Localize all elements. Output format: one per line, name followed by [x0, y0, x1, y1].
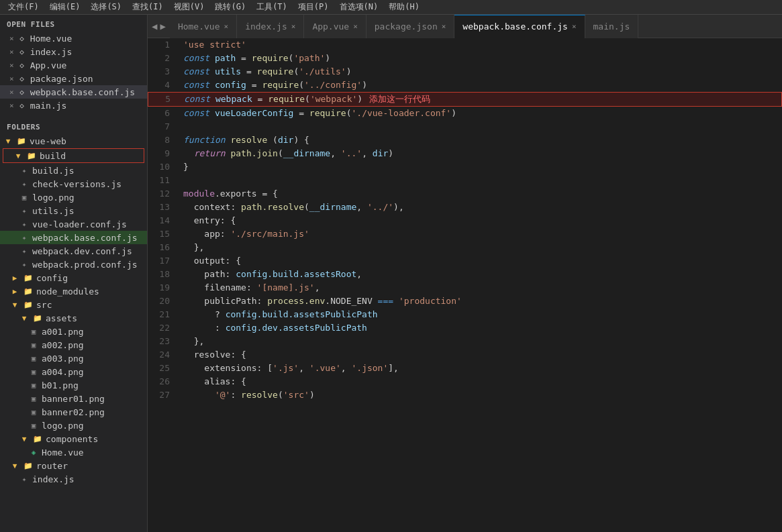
folder-config[interactable]: ▶ 📁 config	[0, 271, 147, 284]
file-icon: ◇	[17, 60, 28, 70]
folder-icon: ▼	[9, 299, 20, 310]
close-icon[interactable]: ×	[9, 74, 14, 83]
tab-home-vue[interactable]: Home.vue ×	[170, 15, 237, 38]
file-a004[interactable]: ▣ a004.png	[0, 365, 147, 378]
file-vue-loader-conf[interactable]: ✦ vue-loader.conf.js	[0, 217, 147, 231]
folder-assets[interactable]: ▼ 📁 assets	[0, 311, 147, 325]
tab-label: main.js	[593, 21, 630, 32]
line-number: 23	[148, 335, 178, 348]
open-file-main-js[interactable]: × ◇ main.js	[0, 99, 147, 112]
line-number: 20	[148, 295, 178, 308]
file-router-index[interactable]: ✦ index.js	[0, 472, 147, 486]
file-logo-src[interactable]: ▣ logo.png	[0, 419, 147, 432]
file-slash-icon: ✦	[19, 205, 30, 216]
menu-edit[interactable]: 编辑(E)	[44, 1, 86, 13]
code-line-27: 27 '@': resolve('src')	[148, 388, 782, 402]
tab-label: webpack.base.conf.js	[462, 21, 568, 32]
line-content: filename: '[name].js',	[178, 281, 782, 295]
nav-forward[interactable]: ▶	[160, 21, 165, 32]
tab-package-json[interactable]: package.json ×	[366, 15, 455, 38]
folder-label: config	[36, 273, 68, 283]
file-banner01[interactable]: ▣ banner01.png	[0, 392, 147, 405]
file-b01[interactable]: ▣ b01.png	[0, 378, 147, 392]
folder-build[interactable]: ▼ 📁 build	[3, 148, 144, 163]
file-banner02[interactable]: ▣ banner02.png	[0, 405, 147, 419]
folder-icon: ▼	[19, 433, 30, 444]
line-number: 1	[148, 38, 178, 52]
file-webpack-prod-conf[interactable]: ✦ webpack.prod.conf.js	[0, 258, 147, 271]
tab-close-icon[interactable]: ×	[353, 22, 358, 31]
file-check-versions[interactable]: ✦ check-versions.js	[0, 177, 147, 191]
menu-preferences[interactable]: 首选项(N)	[334, 1, 384, 13]
file-build-js[interactable]: ✦ build.js	[0, 164, 147, 177]
nav-back[interactable]: ◀	[152, 21, 157, 32]
nav-arrows: ◀ ▶	[148, 21, 170, 32]
folder-components[interactable]: ▼ 📁 components	[0, 432, 147, 445]
menu-select[interactable]: 选择(S)	[85, 1, 127, 13]
close-icon[interactable]: ×	[9, 48, 14, 56]
file-icon: ◇	[17, 33, 28, 44]
close-icon[interactable]: ×	[9, 61, 14, 70]
file-utils-js[interactable]: ✦ utils.js	[0, 204, 147, 217]
folder-closed-icon: 📁	[23, 286, 34, 297]
folder-vue-web[interactable]: ▼ 📁 vue-web	[0, 134, 147, 148]
line-number: 6	[148, 107, 178, 120]
tab-app-vue[interactable]: App.vue ×	[304, 15, 366, 38]
file-logo-png[interactable]: ▣ logo.png	[0, 191, 147, 204]
close-icon[interactable]: ×	[9, 101, 14, 110]
tabs-container: Home.vue × index.js × App.vue × package.…	[170, 15, 782, 38]
file-a001[interactable]: ▣ a001.png	[0, 325, 147, 338]
open-file-package-json[interactable]: × ◇ package.json	[0, 72, 147, 85]
open-file-app-vue[interactable]: × ◇ App.vue	[0, 58, 147, 72]
image-icon: ▣	[28, 353, 39, 364]
file-webpack-dev-conf[interactable]: ✦ webpack.dev.conf.js	[0, 244, 147, 258]
code-line-26: 26 alias: {	[148, 375, 782, 388]
file-label: banner02.png	[42, 407, 105, 417]
line-content: const config = require('../config')	[178, 78, 782, 92]
file-webpack-base-conf[interactable]: ✦ webpack.base.conf.js	[0, 231, 147, 244]
menu-goto[interactable]: 跳转(G)	[209, 1, 251, 13]
tab-main-js[interactable]: main.js	[585, 15, 639, 38]
tab-index-js[interactable]: index.js ×	[237, 15, 304, 38]
tab-close-icon[interactable]: ×	[572, 22, 577, 31]
menu-tools[interactable]: 工具(T)	[251, 1, 293, 13]
code-line-4: 4 const config = require('../config')	[148, 78, 782, 92]
tab-webpack-base[interactable]: webpack.base.conf.js ×	[454, 15, 585, 38]
menu-view[interactable]: 视图(V)	[168, 1, 210, 13]
open-file-label: index.js	[30, 47, 72, 57]
tab-close-icon[interactable]: ×	[291, 22, 296, 31]
folder-src[interactable]: ▼ 📁 src	[0, 298, 147, 311]
code-line-13: 13 context: path.resolve(__dirname, '../…	[148, 201, 782, 214]
tab-label: Home.vue	[178, 21, 220, 32]
close-icon[interactable]: ×	[9, 34, 14, 43]
line-number: 27	[148, 388, 178, 402]
file-label: logo.png	[42, 421, 84, 431]
image-icon: ▣	[19, 192, 30, 203]
open-file-home-vue[interactable]: × ◇ Home.vue	[0, 32, 147, 45]
tab-close-icon[interactable]: ×	[442, 22, 446, 31]
menu-project[interactable]: 项目(P)	[293, 1, 334, 13]
folder-label: components	[46, 434, 98, 444]
close-icon[interactable]: ×	[9, 88, 14, 97]
file-label: build.js	[32, 166, 75, 176]
folder-node-modules[interactable]: ▶ 📁 node_modules	[0, 284, 147, 298]
open-file-index-js[interactable]: × ◇ index.js	[0, 45, 147, 58]
folder-router[interactable]: ▼ 📁 router	[0, 459, 147, 472]
file-a002[interactable]: ▣ a002.png	[0, 338, 147, 352]
file-label: b01.png	[42, 380, 79, 390]
menu-help[interactable]: 帮助(H)	[383, 1, 425, 13]
code-line-24: 24 resolve: {	[148, 348, 782, 362]
line-number: 19	[148, 281, 178, 295]
file-label: vue-loader.conf.js	[32, 219, 127, 229]
menu-find[interactable]: 查找(I)	[127, 1, 168, 13]
open-file-webpack-base[interactable]: × ◇ webpack.base.conf.js	[0, 85, 147, 99]
code-editor[interactable]: 1 'use strict' 2 const path = require('p…	[148, 38, 782, 532]
code-line-25: 25 extensions: ['.js', '.vue', '.json'],	[148, 362, 782, 375]
file-slash-icon: ✦	[19, 178, 30, 189]
file-slash-icon: ✦	[19, 474, 30, 484]
file-home-vue-components[interactable]: ◈ Home.vue	[0, 445, 147, 459]
tab-close-icon[interactable]: ×	[224, 22, 229, 31]
file-icon: ◇	[17, 100, 28, 111]
file-a003[interactable]: ▣ a003.png	[0, 352, 147, 365]
menu-file[interactable]: 文件(F)	[3, 1, 44, 13]
